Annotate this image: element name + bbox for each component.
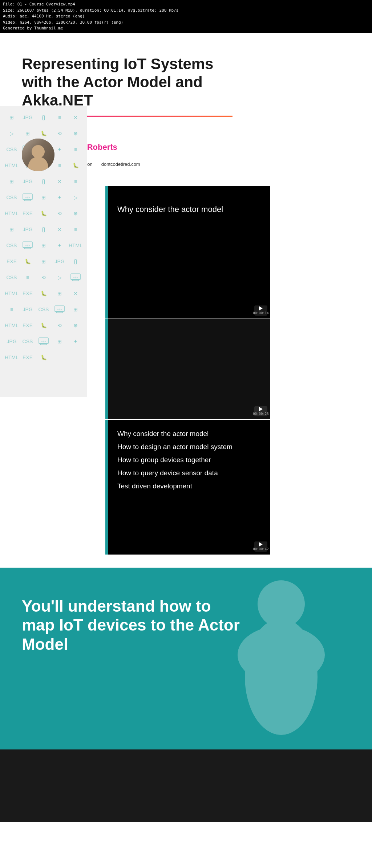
video-frame-1: Why consider the actor model 00:00:14	[105, 186, 270, 319]
pattern-icon: {}	[36, 109, 52, 125]
videos-area: Why consider the actor model 00:00:14 00…	[22, 186, 350, 568]
pattern-icon: 🐛	[68, 157, 84, 173]
avatar-image	[22, 139, 54, 171]
video-list-item-1: Why consider the actor model	[117, 427, 261, 440]
video-frame-2: 00:00:28	[105, 319, 270, 419]
course-title: Representing IoT Systems with the Actor …	[22, 55, 240, 110]
teal-heading: You'll understand how to map IoT devices…	[22, 597, 240, 654]
svg-point-20	[238, 626, 325, 684]
main-section: ⊞ JPG {} ≡ ✕ ▷ ⊞ 🐛 ⟲ ⊕ CSS </> ⊞ ✦ ≡ HTM…	[0, 33, 372, 568]
pattern-icon: ▷	[4, 125, 20, 141]
pattern-icon: ⊞	[4, 109, 20, 125]
pattern-icon: ≡	[68, 141, 84, 157]
bottom-section	[0, 749, 372, 822]
avatar-face	[32, 145, 45, 158]
play-icon-2	[259, 407, 263, 411]
file-info-line3: Audio: aac, 44100 Hz, stereo (eng)	[3, 13, 369, 20]
pattern-icon: ⊞	[4, 221, 20, 237]
pattern-icon: HTML	[4, 205, 20, 221]
file-info-line4: Video: h264, yuv420p, 1280x720, 30.00 fp…	[3, 20, 369, 26]
pattern-icon: CSS	[4, 237, 20, 253]
video-frame-3: Why consider the actor model How to desi…	[105, 420, 270, 555]
person-silhouette-svg	[209, 568, 354, 749]
file-info-line1: File: 01 - Course Overview.mp4	[3, 1, 369, 8]
teal-bg-overlay	[0, 568, 372, 749]
timestamp-1: 00:00:14	[253, 311, 268, 315]
video-text-1: Why consider the actor model	[117, 197, 261, 215]
pattern-icon: HTML	[4, 317, 20, 333]
video-content-3: Why consider the actor model How to desi…	[108, 420, 270, 555]
pattern-icon: EXE	[4, 253, 20, 269]
video-content-2	[108, 319, 270, 419]
pattern-icon: ⊞	[4, 173, 20, 189]
pattern-icon: JPG	[4, 333, 20, 349]
play-button-3[interactable]: 00:00:42	[254, 541, 267, 552]
video-bar-1	[105, 186, 108, 319]
teal-content: You'll understand how to map IoT devices…	[22, 597, 240, 654]
play-button-2[interactable]: 00:00:28	[254, 406, 267, 416]
pattern-icon: ✕	[68, 109, 84, 125]
teal-section: You'll understand how to map IoT devices…	[0, 568, 372, 749]
play-button-1[interactable]: 00:00:14	[254, 305, 267, 316]
video-list-item-2: How to design an actor model system	[117, 440, 261, 453]
pattern-icon: ≡	[52, 109, 68, 125]
pattern-icon: CSS	[4, 189, 20, 205]
file-info-line5: Generated by Thumbnail.me	[3, 25, 369, 32]
video-list-3: Why consider the actor model How to desi…	[117, 427, 261, 493]
pattern-icon: CSS	[4, 141, 20, 157]
pattern-icon: ≡	[4, 301, 20, 317]
author-website[interactable]: dontcodetired.com	[101, 161, 140, 167]
file-info-bar: File: 01 - Course Overview.mp4 Size: 266…	[0, 0, 372, 33]
play-icon-3	[259, 542, 263, 547]
video-list-item-3: How to group devices together	[117, 453, 261, 467]
avatar	[22, 139, 54, 171]
video-list-item-5: Test driven development	[117, 480, 261, 493]
pattern-icon: ⊕	[68, 125, 84, 141]
pattern-icon: CSS	[4, 269, 20, 285]
pattern-icon: HTML	[4, 285, 20, 301]
avatar-body	[28, 157, 48, 171]
video-content-1: Why consider the actor model	[108, 186, 270, 319]
video-bar-3	[105, 420, 108, 555]
file-info-line2: Size: 2661007 bytes (2.54 MiB), duration…	[3, 8, 369, 14]
play-icon-1	[259, 306, 263, 311]
video-bar-2	[105, 319, 108, 419]
timestamp-3: 00:00:42	[253, 547, 268, 551]
timestamp-2: 00:00:28	[253, 412, 268, 416]
pattern-icon: HTML	[4, 349, 20, 365]
video-list-item-4: How to query device sensor data	[117, 467, 261, 480]
pattern-icon: HTML	[4, 157, 20, 173]
pattern-icon: JPG	[20, 109, 36, 125]
